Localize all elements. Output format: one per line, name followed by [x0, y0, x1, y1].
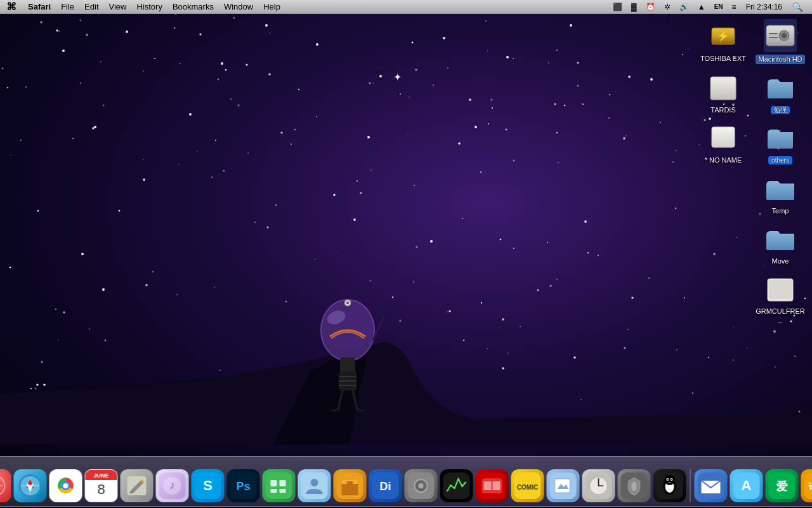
dock-dictionary[interactable]: Di — [369, 469, 402, 502]
dock-mail[interactable] — [695, 469, 728, 502]
svg-line-9 — [353, 391, 357, 410]
grmculfrer-image — [764, 272, 797, 305]
activity-monitor-icon — [440, 469, 473, 502]
svg-rect-27 — [712, 127, 735, 147]
move-label: Move — [772, 257, 789, 265]
menu-edit[interactable]: Edit — [79, 0, 103, 14]
svg-rect-74 — [443, 472, 470, 499]
screen-icon[interactable]: ⬛ — [610, 3, 625, 11]
desktop-icons-area: ⚡ TOSHIBA EXT — [698, 19, 806, 324]
dock-forum[interactable]: 论坛 — [801, 469, 813, 502]
dock-chrome[interactable] — [49, 469, 82, 502]
svg-text:⚡: ⚡ — [717, 30, 730, 42]
dock-script-editor[interactable] — [121, 469, 154, 502]
svg-point-95 — [667, 479, 669, 480]
icon-chinese-folder[interactable]: 勉强 — [755, 70, 806, 114]
dock-armor[interactable] — [618, 469, 651, 502]
svg-text:A: A — [742, 478, 752, 493]
volume-icon[interactable]: 🔊 — [676, 3, 692, 11]
dock-preview[interactable] — [547, 469, 580, 502]
dock-expose[interactable] — [476, 469, 509, 502]
menu-history[interactable]: History — [131, 0, 167, 14]
icon-macintosh-hd[interactable]: Macintosh HD — [755, 19, 806, 64]
landscape-silhouette — [0, 254, 812, 444]
icon-no-name[interactable]: * NO NAME — [698, 121, 749, 164]
tardis-label: TARDIS — [710, 106, 736, 114]
svg-point-1 — [321, 300, 374, 361]
svg-text:Ps: Ps — [236, 480, 250, 493]
dock-safari[interactable] — [14, 469, 47, 502]
dock-users[interactable] — [298, 469, 331, 502]
dock-archive[interactable] — [334, 469, 367, 502]
mail-dock-icon — [695, 469, 728, 502]
svg-rect-58 — [266, 472, 292, 499]
users-dock-icon — [298, 469, 331, 502]
wifi-icon[interactable]: ▲ — [695, 3, 709, 11]
keyboard-icon[interactable]: EN — [711, 3, 726, 10]
dock-itunes[interactable]: ♪ — [156, 469, 189, 502]
preview-dock-icon — [547, 469, 580, 502]
dock-appstore[interactable]: A — [730, 469, 763, 502]
svg-text:JUNE: JUNE — [93, 472, 108, 479]
svg-rect-22 — [769, 33, 778, 34]
spotlight-icon[interactable]: 🔍 — [789, 2, 807, 12]
menu-bookmarks[interactable]: Bookmarks — [167, 0, 219, 14]
bluetooth-icon[interactable]: ✲ — [661, 3, 674, 11]
time-machine-icon[interactable]: ⏰ — [643, 3, 658, 11]
toshiba-ext-label: TOSHIBA EXT — [700, 55, 746, 63]
temp-image — [764, 171, 797, 204]
launchpad-icon — [0, 469, 11, 502]
svg-rect-68 — [347, 481, 353, 484]
no-name-image — [707, 121, 740, 154]
svg-text:论坛: 论坛 — [809, 481, 813, 491]
svg-text:Di: Di — [380, 480, 391, 493]
dock-calendar[interactable]: JUNE 8 — [85, 469, 118, 502]
menu-view[interactable]: View — [104, 0, 132, 14]
icon-grmculfrer[interactable]: GRMCULFRER_ — [755, 272, 806, 324]
battery-icon[interactable]: ▓ — [628, 3, 640, 11]
dock-comiclife[interactable]: COMIC — [511, 469, 544, 502]
icon-tardis[interactable]: TARDIS — [698, 70, 749, 114]
menu-help[interactable]: Help — [258, 0, 285, 14]
icon-others[interactable]: others — [755, 121, 806, 164]
dock-photoshop[interactable]: Ps — [227, 469, 260, 502]
svg-text:8: 8 — [97, 481, 105, 497]
dock: JUNE 8 ♪ — [0, 456, 812, 507]
sparkle-star: ✦ — [393, 71, 402, 83]
svg-rect-4 — [339, 371, 357, 391]
macintosh-hd-image — [764, 19, 797, 52]
dock-iqiyi[interactable]: 爱 — [766, 469, 799, 502]
numbers-dock-icon — [263, 469, 296, 502]
svg-point-2 — [325, 308, 347, 326]
time-nav-icon — [582, 469, 615, 502]
svg-rect-29 — [769, 280, 792, 299]
icon-toshiba-ext[interactable]: ⚡ TOSHIBA EXT — [698, 19, 749, 63]
svg-rect-61 — [271, 489, 277, 493]
dock-tux[interactable] — [653, 469, 686, 502]
others-image — [764, 121, 797, 154]
dock-skype[interactable]: S — [192, 469, 225, 502]
notification-icon[interactable]: ≡ — [729, 3, 740, 11]
menu-file[interactable]: File — [56, 0, 79, 14]
macintosh-hd-label: Macintosh HD — [756, 55, 804, 64]
dock-time-navigator[interactable] — [582, 469, 615, 502]
apple-menu[interactable]: ⌘ — [0, 0, 23, 14]
svg-rect-77 — [484, 481, 492, 490]
svg-rect-78 — [493, 481, 501, 490]
dock-numbers[interactable] — [263, 469, 296, 502]
svg-rect-62 — [280, 489, 286, 493]
svg-point-73 — [419, 483, 424, 488]
menu-window[interactable]: Window — [219, 0, 258, 14]
svg-text:爱: 爱 — [776, 480, 788, 493]
tardis-image — [707, 70, 740, 104]
dock-launchpad[interactable] — [0, 469, 11, 502]
svg-line-10 — [332, 410, 338, 411]
menu-safari[interactable]: Safari — [23, 0, 56, 14]
comiclife-icon: COMIC — [511, 469, 544, 502]
dock-system-prefs[interactable] — [405, 469, 438, 502]
dock-activity-monitor[interactable] — [440, 469, 473, 502]
svg-line-14 — [373, 318, 384, 340]
icon-move[interactable]: Move — [755, 222, 806, 265]
icon-temp[interactable]: Temp — [755, 171, 806, 215]
svg-rect-60 — [280, 480, 286, 486]
